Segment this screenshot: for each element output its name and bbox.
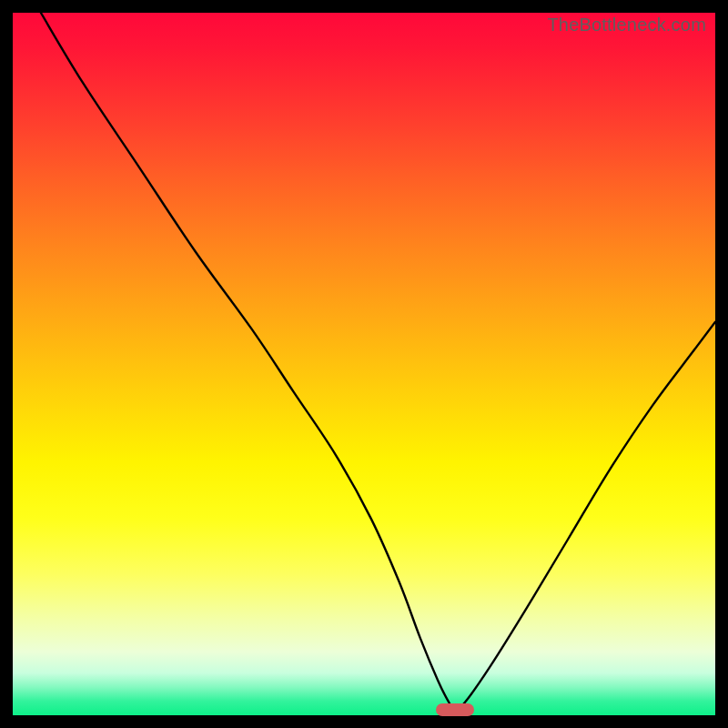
curve-layer xyxy=(13,13,715,715)
bottleneck-curve xyxy=(41,13,715,710)
optimum-marker xyxy=(436,703,474,716)
chart-frame: TheBottleneck.com xyxy=(0,0,728,728)
watermark-text: TheBottleneck.com xyxy=(547,15,706,35)
plot-area: TheBottleneck.com xyxy=(13,13,715,715)
